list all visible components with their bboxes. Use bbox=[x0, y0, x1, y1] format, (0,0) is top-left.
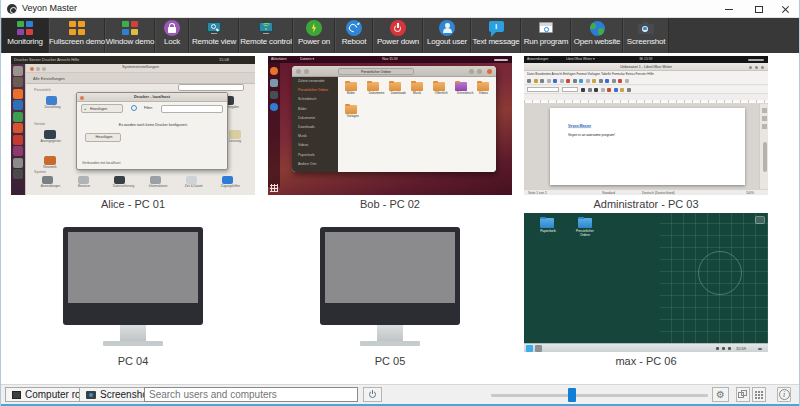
path-button: Persönlicher Ordner bbox=[338, 68, 414, 75]
logout-user-button[interactable]: Logout user bbox=[423, 18, 471, 53]
computer-label: Alice - PC 01 bbox=[11, 198, 255, 210]
logout-user-icon bbox=[438, 20, 456, 36]
search-icon bbox=[469, 69, 474, 74]
computer-cell-pc05: PC 05 bbox=[268, 213, 512, 373]
window-title: Veyon Master bbox=[22, 3, 77, 13]
files-sidebar: Zuletzt verwendet Persönlicher Ordner Sc… bbox=[292, 77, 338, 172]
libreoffice-writer-window: Unbenannt 1 - LibreOffice Writer Datei B… bbox=[524, 63, 768, 195]
reboot-button[interactable]: Reboot bbox=[335, 18, 373, 53]
kde-desktop: Papierkorb Persönlicher Ordner bbox=[524, 213, 768, 343]
computer-label: PC 04 bbox=[11, 355, 255, 367]
toolbar: Monitoring Fullscreen demo Window demo L… bbox=[1, 18, 799, 53]
remote-control-icon bbox=[257, 20, 275, 36]
fullscreen-demo-button[interactable]: Fullscreen demo bbox=[49, 18, 105, 53]
maximize-button[interactable] bbox=[745, 0, 773, 18]
ubuntu-dock bbox=[268, 63, 280, 187]
computer-label: Bob - PC 02 bbox=[268, 198, 512, 210]
minimize-button[interactable] bbox=[715, 0, 743, 18]
lock-button[interactable]: Lock bbox=[155, 18, 189, 53]
tray-expander-icon bbox=[758, 348, 762, 350]
writer-statusbar: Seite 1 von 1 Standard Deutsch (Deutschl… bbox=[524, 189, 768, 195]
veyon-logo-icon bbox=[7, 4, 17, 14]
run-program-icon bbox=[537, 20, 555, 36]
computer-label: max - PC 06 bbox=[524, 355, 768, 367]
maximize-icon bbox=[755, 6, 763, 13]
writer-toolbar-2 bbox=[524, 86, 768, 94]
power-on-icon bbox=[305, 20, 323, 36]
scrollbar-thumb bbox=[763, 142, 767, 172]
reboot-icon bbox=[345, 20, 363, 36]
taskbar-clock: 15:59 bbox=[736, 346, 746, 351]
computer-thumbnail-alice[interactable]: Drucker Server Drucker Ansicht Hilfe 15:… bbox=[11, 56, 255, 195]
thumbnail-size-slider-handle[interactable] bbox=[568, 388, 576, 402]
screenshot-button[interactable]: Screenshot bbox=[623, 18, 669, 53]
text-message-icon: i bbox=[487, 20, 505, 36]
close-button[interactable] bbox=[771, 0, 799, 18]
forward-icon bbox=[304, 69, 309, 74]
writer-toolbar-1 bbox=[524, 77, 768, 85]
overlapping-windows-icon bbox=[738, 390, 748, 399]
screenshots-icon bbox=[86, 391, 96, 399]
clock: Nov 15:59 bbox=[339, 57, 441, 61]
remote-view-icon bbox=[205, 20, 223, 36]
screenshot-icon bbox=[637, 20, 655, 36]
text-message-button[interactable]: i Text message bbox=[471, 18, 521, 53]
computer-cell-pc04: PC 04 bbox=[11, 213, 255, 373]
power-down-icon bbox=[389, 20, 407, 36]
toolbar-filler bbox=[669, 18, 799, 53]
info-icon: i bbox=[779, 389, 790, 400]
computer-cell-max: Papierkorb Persönlicher Ordner 15:59 bbox=[524, 213, 768, 373]
power-filter-button[interactable] bbox=[363, 387, 382, 402]
writer-sidebar bbox=[759, 104, 768, 189]
thumbnail-size-slider-track[interactable] bbox=[491, 394, 708, 397]
open-website-button[interactable]: Open website bbox=[571, 18, 623, 53]
computer-cell-administrator: Anwendungen LibreOffice Writer ▾ Mi 15:5… bbox=[524, 56, 768, 216]
app-launcher-icon bbox=[526, 345, 533, 352]
fullscreen-demo-icon bbox=[68, 20, 86, 36]
settings-search-field bbox=[178, 84, 244, 91]
ubuntu-global-menubar: Drucker Server Drucker Ansicht Hilfe 15:… bbox=[11, 56, 255, 64]
window-demo-button[interactable]: Window demo bbox=[105, 18, 155, 53]
show-applications-icon bbox=[270, 184, 278, 192]
desktop-icon-home: Persönlicher Ordner bbox=[566, 218, 604, 228]
monitoring-grid-icon bbox=[16, 20, 34, 36]
files-content: Bilder Dokumente Downloads Musik Öffentl… bbox=[338, 77, 496, 172]
minimize-icon bbox=[725, 9, 733, 10]
power-down-button[interactable]: Power down bbox=[373, 18, 423, 53]
run-program-button[interactable]: Run program bbox=[521, 18, 571, 53]
adjust-size-button[interactable]: ⚙ bbox=[712, 387, 729, 402]
remote-view-button[interactable]: Remote view bbox=[189, 18, 239, 53]
document-page: Veyon Master Veyon is an awesome program… bbox=[550, 108, 745, 185]
open-website-icon bbox=[588, 20, 606, 36]
monitoring-button[interactable]: Monitoring bbox=[1, 18, 49, 53]
dialog-add-button: + Hinzufügen bbox=[81, 104, 123, 113]
computer-thumbnail-bob[interactable]: Aktivitäten Dateien ▾ Nov 15:59 bbox=[268, 56, 512, 195]
computer-thumbnail-pc04[interactable] bbox=[11, 213, 255, 352]
computer-thumbnail-administrator[interactable]: Anwendungen LibreOffice Writer ▾ Mi 15:5… bbox=[524, 56, 768, 195]
offline-computer-icon bbox=[63, 227, 203, 347]
ubuntu-desktop: Persönlicher Ordner Zuletzt verwendet Pe… bbox=[268, 63, 512, 195]
window-close-icon bbox=[487, 69, 492, 74]
remote-control-button[interactable]: Remote control bbox=[239, 18, 293, 53]
printer-dialog: Drucker - localhost + Hinzufügen Filter:… bbox=[76, 92, 228, 170]
power-on-button[interactable]: Power on bbox=[293, 18, 335, 53]
desktop-toolbox-icon bbox=[755, 216, 765, 224]
refresh-icon bbox=[131, 105, 137, 111]
statusbar: Computer rooms Screenshots ⚙ i bbox=[1, 384, 799, 404]
offline-computer-icon bbox=[320, 227, 460, 347]
computer-label: PC 05 bbox=[268, 355, 512, 367]
computer-thumbnail-pc05[interactable] bbox=[268, 213, 512, 352]
system-settings-window: Systemeinstellungen Alle Einstellungen P… bbox=[25, 64, 255, 195]
about-button[interactable]: i bbox=[777, 387, 791, 402]
power-icon bbox=[368, 390, 377, 399]
taskbar-icon bbox=[535, 345, 542, 352]
align-grid-button[interactable] bbox=[752, 387, 766, 402]
close-icon bbox=[781, 5, 790, 14]
custom-arrangement-button[interactable] bbox=[736, 387, 750, 402]
clock: 15:08 bbox=[219, 57, 229, 62]
computer-thumbnail-max[interactable]: Papierkorb Persönlicher Ordner 15:59 bbox=[524, 213, 768, 352]
desktop-icon-trash: Papierkorb bbox=[530, 218, 564, 228]
search-input[interactable] bbox=[144, 387, 358, 402]
kde-taskbar: 15:59 bbox=[524, 343, 768, 352]
computer-label: Administrator - PC 03 bbox=[524, 198, 768, 210]
